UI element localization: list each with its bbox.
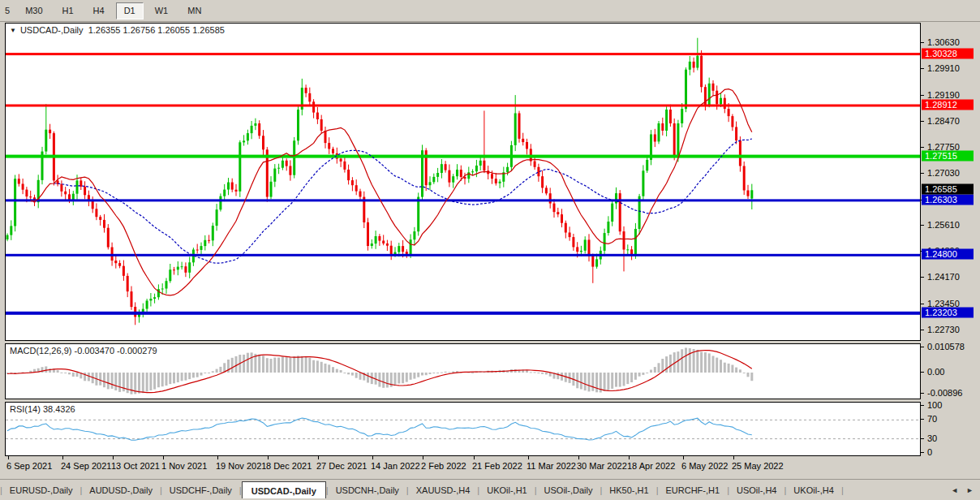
tab-scroll-right-button[interactable]: ► [966, 486, 974, 494]
date-tick-mark [217, 456, 218, 459]
chart-tab-eurchf[interactable]: EURCHF-,H1 [659, 483, 728, 498]
date-tick-label: 24 Sep 2021 [61, 461, 111, 471]
timeframe-button-h4[interactable]: H4 [85, 2, 113, 19]
date-tick-mark [372, 456, 373, 459]
rsi-tick-label: 0 [927, 447, 932, 457]
date-tick-label: 14 Jan 2022 [371, 461, 420, 471]
date-tick-label: 6 May 2022 [681, 461, 728, 471]
price-axis[interactable]: 1.306301.299101.291901.284701.277501.270… [921, 23, 980, 456]
chart-tab-bar: |EURUSD-,Daily|AUDUSD-,Daily|USDCHF-,Dai… [0, 479, 980, 500]
rsi-tick-mark [921, 405, 924, 406]
level-price-badge: 1.27515 [922, 151, 974, 162]
chart-tab-hk50[interactable]: HK50-,H1 [602, 483, 655, 498]
timeframe-button-5[interactable]: 5 [1, 2, 14, 19]
timeframe-toolbar: 5M30H1H4D1W1MN [0, 0, 980, 22]
rsi-tick-mark [921, 438, 924, 439]
date-tick-label: 27 Dec 2021 [316, 461, 367, 471]
rsi-canvas[interactable] [6, 403, 920, 455]
chart-tab-usoil[interactable]: USOil-,H4 [729, 483, 784, 498]
chart-tab-xauusd[interactable]: XAUUSD-,H4 [409, 483, 478, 498]
price-tick-mark [921, 304, 924, 304]
date-tick-mark [733, 456, 734, 459]
date-tick-label: 11 Mar 2022 [527, 461, 576, 471]
rsi-indicator-pane[interactable]: RSI(14) 38.4326 [5, 402, 921, 456]
price-tick-label: 1.24170 [927, 272, 960, 282]
rsi-tick-mark [921, 452, 924, 453]
date-tick-mark [62, 456, 63, 459]
date-tick-mark [8, 456, 9, 459]
chart-tab-usoil[interactable]: USOil-,Daily [537, 483, 600, 498]
date-tick-label: 30 Mar 2022 [577, 461, 627, 471]
tab-separator: | [841, 485, 844, 495]
macd-tick-label: 0.010578 [927, 342, 965, 351]
price-tick-mark [921, 330, 924, 330]
level-price-badge: 1.23203 [922, 308, 974, 318]
price-tick-label: 1.27030 [927, 168, 960, 178]
price-tick-mark [921, 42, 924, 43]
chart-tab-eurusd[interactable]: EURUSD-,Daily [2, 483, 80, 498]
macd-indicator-pane[interactable]: MACD(12,26,9) -0.003470 -0.000279 [5, 343, 921, 399]
timeframe-button-h1[interactable]: H1 [54, 2, 82, 19]
price-tick-label: 1.30630 [927, 37, 960, 47]
chart-tab-usdcnh[interactable]: USDCNH-,Daily [329, 483, 406, 498]
date-tick-label: 13 Oct 2021 [111, 461, 160, 471]
level-price-badge: 1.26303 [922, 195, 974, 205]
date-tick-label: 25 May 2022 [732, 461, 784, 471]
timeframe-button-w1[interactable]: W1 [147, 2, 177, 19]
macd-canvas[interactable] [6, 344, 920, 399]
chart-tab-usdcad[interactable]: USDCAD-,Daily [242, 481, 326, 498]
macd-tick-mark [921, 393, 924, 394]
price-tick-label: 1.29190 [927, 90, 960, 100]
price-tick-mark [921, 68, 924, 69]
chart-tab-usdchf[interactable]: USDCHF-,Daily [162, 483, 239, 498]
price-tick-mark [921, 225, 924, 226]
date-tick-mark [474, 456, 475, 459]
date-tick-label: 19 Nov 2021 [216, 461, 266, 471]
macd-tick-mark [921, 347, 924, 347]
main-chart-pane[interactable]: ▼USDCAD-,Daily 1.26355 1.26756 1.26055 1… [5, 23, 921, 341]
rsi-tick-label: 30 [927, 433, 937, 443]
timeframe-button-mn[interactable]: MN [179, 2, 209, 19]
chart-tab-audusd[interactable]: AUDUSD-,Daily [82, 483, 160, 498]
date-tick-mark [629, 456, 630, 459]
date-tick-label: 2 Feb 2022 [421, 461, 466, 471]
date-tick-label: 8 Dec 2021 [266, 461, 312, 471]
date-tick-label: 6 Sep 2021 [6, 461, 52, 471]
macd-tick-label: 0.00 [927, 367, 944, 377]
current-price-badge: 1.26585 [922, 184, 974, 195]
price-tick-label: 1.25610 [927, 220, 960, 230]
rsi-tick-mark [921, 419, 924, 420]
date-tick-mark [163, 456, 164, 459]
macd-tick-mark [921, 372, 924, 373]
price-tick-mark [921, 121, 924, 122]
price-tick-mark [921, 147, 924, 148]
price-tick-label: 1.28470 [927, 116, 960, 126]
date-tick-label: 1 Nov 2021 [161, 461, 207, 471]
date-tick-mark [268, 456, 269, 459]
level-price-badge: 1.24800 [922, 249, 974, 260]
price-tick-mark [921, 95, 924, 96]
date-tick-mark [528, 456, 529, 459]
rsi-tick-label: 70 [927, 414, 937, 424]
date-tick-label: 21 Feb 2022 [472, 461, 522, 471]
date-tick-mark [683, 456, 684, 459]
rsi-tick-label: 100 [927, 400, 942, 410]
chart-tab-ukoil[interactable]: UKOil-,H1 [479, 483, 535, 498]
trading-app-window: 5M30H1H4D1W1MN ▼USDCAD-,Daily 1.26355 1.… [0, 0, 980, 500]
price-tick-mark [921, 277, 924, 278]
tab-scroll-left-button[interactable]: ◄ [951, 486, 958, 494]
macd-tick-label: -0.00896 [927, 388, 962, 398]
level-price-badge: 1.30328 [922, 49, 974, 59]
date-tick-mark [318, 456, 319, 459]
date-tick-mark [113, 456, 114, 459]
date-tick-mark [423, 456, 423, 459]
date-tick-mark [578, 456, 579, 459]
level-price-badge: 1.28912 [922, 100, 974, 110]
timeframe-button-m30[interactable]: M30 [17, 2, 50, 19]
tab-scroll-arrows: ◄ ► [951, 486, 974, 494]
price-tick-label: 1.22730 [927, 325, 960, 334]
candlestick-chart-canvas[interactable] [6, 24, 920, 340]
chart-tab-ukoil[interactable]: UKOil-,H4 [786, 483, 841, 498]
timeframe-button-d1[interactable]: D1 [116, 2, 144, 19]
date-axis[interactable]: 6 Sep 202124 Sep 202113 Oct 20211 Nov 20… [5, 456, 921, 479]
